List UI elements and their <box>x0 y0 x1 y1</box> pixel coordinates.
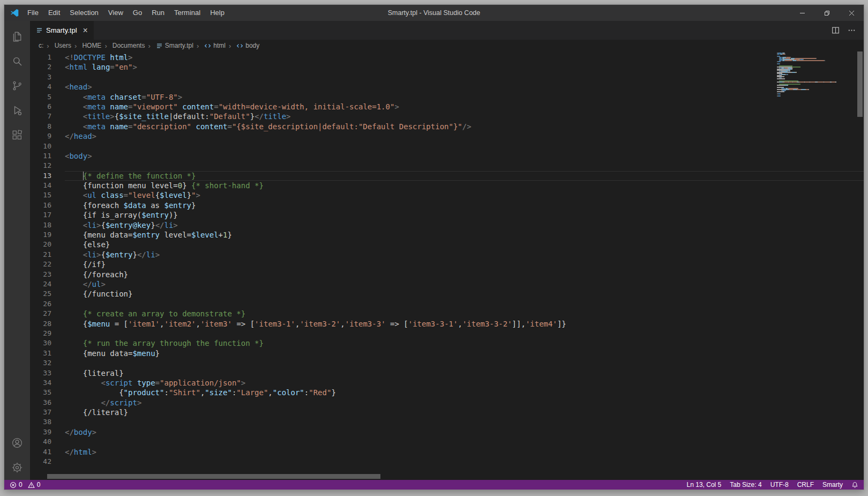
code-line-5[interactable]: 5 <meta charset="UTF-8"> <box>30 92 864 102</box>
minimize-button[interactable] <box>790 5 814 21</box>
code-line-1[interactable]: 1<!DOCTYPE html> <box>30 53 864 62</box>
menu-edit[interactable]: Edit <box>43 5 65 21</box>
breadcrumb-item-documents[interactable]: Documents <box>101 42 145 50</box>
line-number: 3 <box>30 72 51 82</box>
problems-indicator[interactable]: 0 0 <box>10 481 40 488</box>
menu-go[interactable]: Go <box>128 5 147 21</box>
status-eol[interactable]: CRLF <box>797 481 814 488</box>
line-number: 36 <box>30 398 51 408</box>
code-text <box>51 161 864 171</box>
menu-file[interactable]: File <box>23 5 43 21</box>
code-line-20[interactable]: 20 {else} <box>30 240 864 249</box>
status-indentation[interactable]: Tab Size: 4 <box>730 481 761 488</box>
settings-icon[interactable] <box>4 455 30 480</box>
account-icon[interactable] <box>4 431 30 455</box>
menu-run[interactable]: Run <box>147 5 169 21</box>
split-editor-icon[interactable] <box>832 26 840 34</box>
breadcrumb-item-users[interactable]: Users <box>43 42 71 50</box>
code-line-38[interactable]: 38 <box>30 417 864 427</box>
code-line-34[interactable]: 34 <script type="application/json"> <box>30 378 864 388</box>
code-line-10[interactable]: 10 <box>30 142 864 151</box>
code-line-4[interactable]: 4<head> <box>30 82 864 92</box>
code-text: <body> <box>51 151 864 161</box>
code-line-3[interactable]: 3 <box>30 72 864 82</box>
code-text <box>51 457 864 467</box>
source-control-icon[interactable] <box>4 73 30 98</box>
code-line-13[interactable]: 13 {* define the function *} <box>30 171 864 181</box>
notifications-bell-icon[interactable] <box>851 482 858 488</box>
explorer-icon[interactable] <box>4 24 30 49</box>
code-line-40[interactable]: 40 <box>30 437 864 447</box>
code-line-7[interactable]: 7 <title>{$site_title|default:"Default"}… <box>30 112 864 121</box>
code-line-9[interactable]: 9</head> <box>30 131 864 141</box>
close-button[interactable] <box>839 5 864 21</box>
extensions-icon[interactable] <box>4 123 30 147</box>
code-line-17[interactable]: 17 {if is_array($entry)} <box>30 210 864 220</box>
menu-view[interactable]: View <box>103 5 128 21</box>
code-line-36[interactable]: 36 </script> <box>30 398 864 408</box>
code-text: {/foreach} <box>51 270 864 279</box>
code-line-15[interactable]: 15 <ul class="level{$level}"> <box>30 190 864 200</box>
code-line-27[interactable]: 27 {* create an array to demonstrate *} <box>30 309 864 319</box>
code-line-12[interactable]: 12 <box>30 161 864 171</box>
code-line-41[interactable]: 41</html> <box>30 447 864 457</box>
code-line-23[interactable]: 23 {/foreach} <box>30 270 864 279</box>
code-line-18[interactable]: 18 <li>{$entry@key}</li> <box>30 220 864 230</box>
breadcrumb-item-home[interactable]: HOME <box>71 42 101 50</box>
code-line-35[interactable]: 35 {"product":"Shirt","size":"Large","co… <box>30 388 864 397</box>
minimap[interactable] <box>775 53 855 98</box>
code-line-32[interactable]: 32 <box>30 358 864 368</box>
vertical-scrollbar[interactable] <box>856 51 864 480</box>
run-debug-icon[interactable] <box>4 98 30 123</box>
tab-smarty-tpl[interactable]: Smarty.tpl × <box>30 21 94 40</box>
code-line-30[interactable]: 30 {* run the array through the function… <box>30 338 864 348</box>
code-line-6[interactable]: 6 <meta name="viewport" content="width=d… <box>30 102 864 112</box>
line-number: 2 <box>30 62 51 72</box>
breadcrumb-item-smarty-tpl[interactable]: Smarty.tpl <box>145 42 193 50</box>
more-actions-icon[interactable] <box>848 26 856 34</box>
code-line-8[interactable]: 8 <meta name="description" content="{$si… <box>30 122 864 131</box>
menu-terminal[interactable]: Terminal <box>169 5 205 21</box>
menu-selection[interactable]: Selection <box>65 5 103 21</box>
code-line-16[interactable]: 16 {foreach $data as $entry} <box>30 201 864 210</box>
status-cursor-position[interactable]: Ln 13, Col 5 <box>687 481 722 488</box>
code-line-28[interactable]: 28 {$menu = ['item1','item2','item3' => … <box>30 319 864 329</box>
code-editor[interactable]: 1<!DOCTYPE html>2<html lang="en">34<head… <box>30 51 864 480</box>
status-language-mode[interactable]: Smarty <box>822 481 843 488</box>
code-line-21[interactable]: 21 <li>{$entry}</li> <box>30 250 864 260</box>
status-encoding[interactable]: UTF-8 <box>770 481 789 488</box>
code-line-22[interactable]: 22 {/if} <box>30 260 864 269</box>
code-line-33[interactable]: 33 {literal} <box>30 368 864 378</box>
code-line-39[interactable]: 39</body> <box>30 427 864 437</box>
code-text: {foreach $data as $entry} <box>51 201 864 210</box>
line-number: 26 <box>30 299 51 309</box>
menu-help[interactable]: Help <box>205 5 229 21</box>
code-line-14[interactable]: 14 {function menu level=0} {* short-hand… <box>30 181 864 190</box>
line-number: 38 <box>30 417 51 427</box>
code-text <box>51 299 864 309</box>
code-line-26[interactable]: 26 <box>30 299 864 309</box>
tab-close-icon[interactable]: × <box>83 26 88 35</box>
code-line-24[interactable]: 24 </ul> <box>30 279 864 289</box>
code-text: </script> <box>51 398 864 408</box>
horizontal-scrollbar[interactable] <box>47 474 380 479</box>
code-line-31[interactable]: 31 {menu data=$menu} <box>30 349 864 358</box>
code-text: </ul> <box>51 279 864 289</box>
restore-button[interactable] <box>814 5 839 21</box>
breadcrumb-item-body[interactable]: body <box>226 42 259 50</box>
vertical-scrollbar-thumb[interactable] <box>857 51 863 117</box>
code-line-37[interactable]: 37 {/literal} <box>30 408 864 417</box>
code-text: {if is_array($entry)} <box>51 210 864 220</box>
breadcrumb-item-c-[interactable]: c: <box>39 42 43 49</box>
breadcrumb-item-html[interactable]: html <box>193 42 226 50</box>
search-icon[interactable] <box>4 49 30 73</box>
line-number: 15 <box>30 190 51 200</box>
code-line-11[interactable]: 11<body> <box>30 151 864 161</box>
code-text: <li>{$entry@key}</li> <box>51 220 864 230</box>
code-text <box>51 358 864 368</box>
code-line-29[interactable]: 29 <box>30 329 864 338</box>
code-line-42[interactable]: 42 <box>30 457 864 467</box>
code-line-25[interactable]: 25 {/function} <box>30 289 864 299</box>
code-line-19[interactable]: 19 {menu data=$entry level=$level+1} <box>30 230 864 240</box>
code-line-2[interactable]: 2<html lang="en"> <box>30 62 864 72</box>
